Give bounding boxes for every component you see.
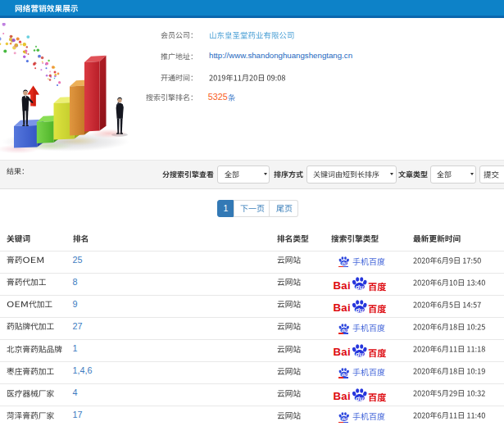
svg-text:du: du <box>355 306 363 312</box>
svg-text:du: du <box>341 261 347 265</box>
svg-text:du: du <box>341 416 347 421</box>
svg-text:du: du <box>341 328 347 333</box>
svg-text:du: du <box>355 394 363 401</box>
svg-text:du: du <box>341 372 347 377</box>
svg-text:du: du <box>355 350 363 356</box>
svg-text:du: du <box>355 283 363 290</box>
